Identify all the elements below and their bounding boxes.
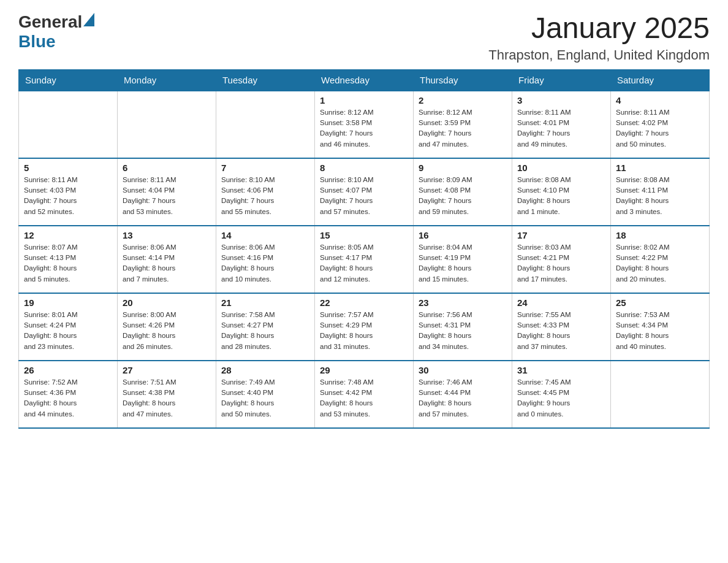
- calendar-cell: 21Sunrise: 7:58 AM Sunset: 4:27 PM Dayli…: [216, 293, 315, 361]
- day-info: Sunrise: 8:03 AM Sunset: 4:21 PM Dayligh…: [517, 242, 605, 285]
- day-info: Sunrise: 8:06 AM Sunset: 4:16 PM Dayligh…: [221, 242, 309, 285]
- calendar-week-row: 5Sunrise: 8:11 AM Sunset: 4:03 PM Daylig…: [19, 158, 710, 226]
- day-info: Sunrise: 8:01 AM Sunset: 4:24 PM Dayligh…: [24, 310, 112, 352]
- day-info: Sunrise: 7:48 AM Sunset: 4:42 PM Dayligh…: [320, 377, 408, 419]
- day-info: Sunrise: 8:11 AM Sunset: 4:04 PM Dayligh…: [123, 175, 211, 217]
- day-number: 21: [221, 297, 309, 308]
- day-number: 17: [517, 230, 605, 240]
- day-number: 9: [419, 163, 507, 173]
- month-title: January 2025: [488, 12, 710, 45]
- calendar-header-saturday: Saturday: [611, 69, 710, 91]
- day-number: 3: [517, 95, 605, 105]
- calendar-cell: 3Sunrise: 8:11 AM Sunset: 4:01 PM Daylig…: [512, 91, 611, 158]
- calendar-cell: 2Sunrise: 8:12 AM Sunset: 3:59 PM Daylig…: [414, 91, 512, 158]
- calendar-cell: 1Sunrise: 8:12 AM Sunset: 3:58 PM Daylig…: [315, 91, 414, 158]
- logo-blue-text: Blue: [18, 32, 56, 52]
- day-info: Sunrise: 8:11 AM Sunset: 4:02 PM Dayligh…: [616, 107, 704, 150]
- calendar-cell: 4Sunrise: 8:11 AM Sunset: 4:02 PM Daylig…: [611, 91, 710, 158]
- day-number: 11: [616, 163, 704, 173]
- day-info: Sunrise: 8:08 AM Sunset: 4:11 PM Dayligh…: [616, 175, 704, 217]
- calendar-cell: 14Sunrise: 8:06 AM Sunset: 4:16 PM Dayli…: [216, 226, 315, 293]
- location-subtitle: Thrapston, England, United Kingdom: [488, 47, 710, 63]
- calendar-header-row: SundayMondayTuesdayWednesdayThursdayFrid…: [19, 69, 710, 91]
- calendar-header-monday: Monday: [118, 69, 216, 91]
- day-number: 24: [517, 297, 605, 308]
- calendar-cell: 16Sunrise: 8:04 AM Sunset: 4:19 PM Dayli…: [414, 226, 512, 293]
- calendar-cell: 25Sunrise: 7:53 AM Sunset: 4:34 PM Dayli…: [611, 293, 710, 361]
- day-info: Sunrise: 7:49 AM Sunset: 4:40 PM Dayligh…: [221, 377, 309, 419]
- calendar-week-row: 1Sunrise: 8:12 AM Sunset: 3:58 PM Daylig…: [19, 91, 710, 158]
- day-number: 6: [123, 163, 211, 173]
- calendar-cell: [611, 361, 710, 428]
- day-info: Sunrise: 8:10 AM Sunset: 4:07 PM Dayligh…: [320, 175, 408, 217]
- day-info: Sunrise: 7:58 AM Sunset: 4:27 PM Dayligh…: [221, 310, 309, 352]
- day-info: Sunrise: 7:46 AM Sunset: 4:44 PM Dayligh…: [419, 377, 507, 419]
- day-number: 19: [24, 297, 112, 308]
- page-header: General Blue January 2025 Thrapston, Eng…: [18, 12, 710, 63]
- calendar-cell: 30Sunrise: 7:46 AM Sunset: 4:44 PM Dayli…: [414, 361, 512, 428]
- day-number: 1: [320, 95, 408, 105]
- day-info: Sunrise: 8:02 AM Sunset: 4:22 PM Dayligh…: [616, 242, 704, 285]
- calendar-week-row: 19Sunrise: 8:01 AM Sunset: 4:24 PM Dayli…: [19, 293, 710, 361]
- day-number: 26: [24, 365, 112, 375]
- day-number: 13: [123, 230, 211, 240]
- calendar-cell: [216, 91, 315, 158]
- day-info: Sunrise: 8:11 AM Sunset: 4:03 PM Dayligh…: [24, 175, 112, 217]
- day-number: 5: [24, 163, 112, 173]
- calendar-header-sunday: Sunday: [19, 69, 118, 91]
- calendar-cell: 8Sunrise: 8:10 AM Sunset: 4:07 PM Daylig…: [315, 158, 414, 226]
- day-number: 31: [517, 365, 605, 375]
- day-number: 4: [616, 95, 704, 105]
- day-number: 30: [419, 365, 507, 375]
- day-info: Sunrise: 8:12 AM Sunset: 3:59 PM Dayligh…: [419, 107, 507, 150]
- day-info: Sunrise: 8:10 AM Sunset: 4:06 PM Dayligh…: [221, 175, 309, 217]
- day-number: 25: [616, 297, 704, 308]
- day-number: 10: [517, 163, 605, 173]
- day-info: Sunrise: 7:53 AM Sunset: 4:34 PM Dayligh…: [616, 310, 704, 352]
- day-info: Sunrise: 8:12 AM Sunset: 3:58 PM Dayligh…: [320, 107, 408, 150]
- calendar-cell: 7Sunrise: 8:10 AM Sunset: 4:06 PM Daylig…: [216, 158, 315, 226]
- calendar-table: SundayMondayTuesdayWednesdayThursdayFrid…: [18, 69, 710, 429]
- calendar-cell: 15Sunrise: 8:05 AM Sunset: 4:17 PM Dayli…: [315, 226, 414, 293]
- day-number: 8: [320, 163, 408, 173]
- calendar-cell: 26Sunrise: 7:52 AM Sunset: 4:36 PM Dayli…: [19, 361, 118, 428]
- calendar-cell: 17Sunrise: 8:03 AM Sunset: 4:21 PM Dayli…: [512, 226, 611, 293]
- day-info: Sunrise: 8:05 AM Sunset: 4:17 PM Dayligh…: [320, 242, 408, 285]
- day-number: 22: [320, 297, 408, 308]
- calendar-cell: 23Sunrise: 7:56 AM Sunset: 4:31 PM Dayli…: [414, 293, 512, 361]
- day-number: 18: [616, 230, 704, 240]
- calendar-cell: [118, 91, 216, 158]
- day-number: 20: [123, 297, 211, 308]
- calendar-week-row: 26Sunrise: 7:52 AM Sunset: 4:36 PM Dayli…: [19, 361, 710, 428]
- calendar-cell: 18Sunrise: 8:02 AM Sunset: 4:22 PM Dayli…: [611, 226, 710, 293]
- day-info: Sunrise: 8:08 AM Sunset: 4:10 PM Dayligh…: [517, 175, 605, 217]
- day-number: 15: [320, 230, 408, 240]
- day-number: 28: [221, 365, 309, 375]
- calendar-header-thursday: Thursday: [414, 69, 512, 91]
- calendar-cell: 5Sunrise: 8:11 AM Sunset: 4:03 PM Daylig…: [19, 158, 118, 226]
- day-info: Sunrise: 8:04 AM Sunset: 4:19 PM Dayligh…: [419, 242, 507, 285]
- calendar-cell: 28Sunrise: 7:49 AM Sunset: 4:40 PM Dayli…: [216, 361, 315, 428]
- calendar-cell: 13Sunrise: 8:06 AM Sunset: 4:14 PM Dayli…: [118, 226, 216, 293]
- calendar-cell: [19, 91, 118, 158]
- title-area: January 2025 Thrapston, England, United …: [488, 12, 710, 63]
- calendar-cell: 12Sunrise: 8:07 AM Sunset: 4:13 PM Dayli…: [19, 226, 118, 293]
- day-number: 29: [320, 365, 408, 375]
- calendar-header-wednesday: Wednesday: [315, 69, 414, 91]
- day-number: 16: [419, 230, 507, 240]
- calendar-cell: 19Sunrise: 8:01 AM Sunset: 4:24 PM Dayli…: [19, 293, 118, 361]
- calendar-cell: 9Sunrise: 8:09 AM Sunset: 4:08 PM Daylig…: [414, 158, 512, 226]
- calendar-cell: 27Sunrise: 7:51 AM Sunset: 4:38 PM Dayli…: [118, 361, 216, 428]
- day-number: 12: [24, 230, 112, 240]
- calendar-header-tuesday: Tuesday: [216, 69, 315, 91]
- day-info: Sunrise: 8:06 AM Sunset: 4:14 PM Dayligh…: [123, 242, 211, 285]
- calendar-cell: 6Sunrise: 8:11 AM Sunset: 4:04 PM Daylig…: [118, 158, 216, 226]
- calendar-cell: 31Sunrise: 7:45 AM Sunset: 4:45 PM Dayli…: [512, 361, 611, 428]
- day-info: Sunrise: 7:45 AM Sunset: 4:45 PM Dayligh…: [517, 377, 605, 419]
- calendar-header-friday: Friday: [512, 69, 611, 91]
- calendar-cell: 20Sunrise: 8:00 AM Sunset: 4:26 PM Dayli…: [118, 293, 216, 361]
- day-info: Sunrise: 7:52 AM Sunset: 4:36 PM Dayligh…: [24, 377, 112, 419]
- day-info: Sunrise: 7:57 AM Sunset: 4:29 PM Dayligh…: [320, 310, 408, 352]
- calendar-cell: 24Sunrise: 7:55 AM Sunset: 4:33 PM Dayli…: [512, 293, 611, 361]
- day-number: 7: [221, 163, 309, 173]
